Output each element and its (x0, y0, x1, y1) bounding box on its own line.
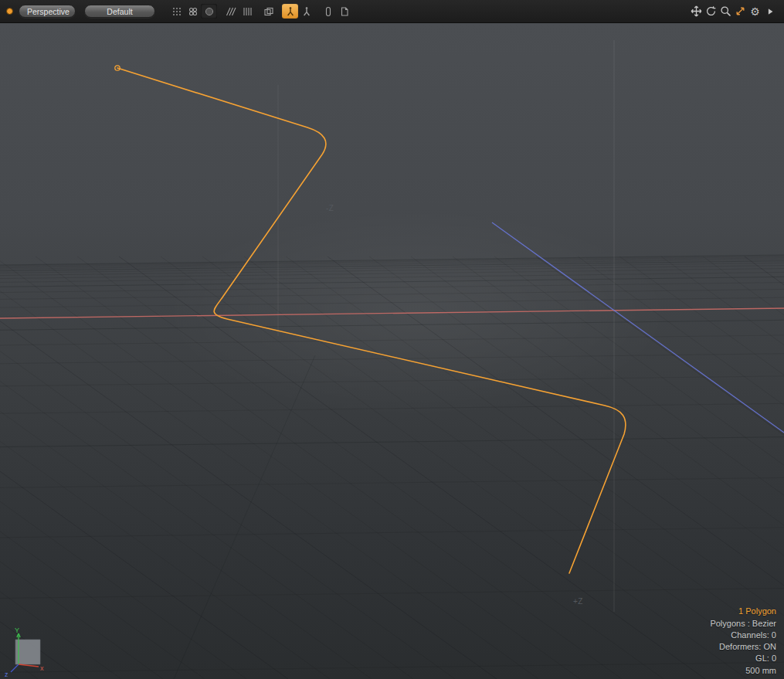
modo-3d-viewport-window: Perspective Default (0, 0, 784, 679)
misc-toggle-group (320, 4, 352, 19)
hud-selection-count: 1 Polygon (710, 606, 776, 617)
vertex-dots-icon[interactable] (168, 4, 185, 19)
hatch-vertical-icon[interactable] (239, 4, 255, 19)
viewport-options-dot-icon[interactable] (6, 8, 13, 15)
hud-polygon-type: Polygons : Bezier (710, 618, 776, 630)
rotate-icon[interactable] (704, 4, 718, 19)
capsule-icon[interactable] (320, 4, 336, 19)
zoom-icon[interactable] (718, 4, 733, 19)
ghost-figure-icon[interactable] (298, 4, 314, 19)
settings-gear-icon[interactable]: ⚙ (748, 4, 762, 19)
fit-view-icon[interactable] (733, 4, 748, 19)
axis-gizmo: Y x z (5, 626, 44, 678)
hatch-diagonal-icon[interactable] (222, 4, 239, 19)
gizmo-x-axis (19, 664, 39, 667)
pan-icon[interactable] (689, 4, 704, 19)
viewport-toolbar: Perspective Default (0, 0, 784, 23)
hud-gl: GL: 0 (710, 653, 776, 664)
figure-toggle-group (282, 4, 314, 19)
hud-grid-size: 500 mm (710, 665, 776, 677)
negative-z-label: -Z (326, 204, 334, 212)
viewport-scene: Y x z (0, 23, 784, 679)
workplane-square (15, 640, 40, 664)
navigation-tool-group: ⚙ (689, 4, 777, 19)
gizmo-z-label: z (5, 671, 8, 678)
gizmo-x-label: x (40, 664, 44, 672)
expand-arrow-icon[interactable] (762, 4, 777, 19)
hud-channels: Channels: 0 (710, 630, 776, 641)
gizmo-y-label: Y (15, 626, 19, 634)
overlay-squares-icon[interactable] (260, 4, 277, 19)
display-toggle-group (168, 4, 217, 19)
ghost-figure-active-icon[interactable] (282, 4, 298, 19)
shading-mode-button[interactable]: Default (84, 5, 155, 18)
overlay-toggle-group (260, 4, 277, 19)
rings-icon[interactable] (185, 4, 201, 19)
page-icon[interactable] (336, 4, 352, 19)
view-type-button[interactable]: Perspective (19, 5, 76, 18)
sphere-icon[interactable] (201, 4, 217, 19)
viewport-hud: 1 Polygon Polygons : Bezier Channels: 0 … (710, 606, 776, 677)
positive-z-label: +Z (573, 597, 583, 606)
hud-deformers: Deformers: ON (710, 641, 776, 653)
hatch-toggle-group (222, 4, 255, 19)
gizmo-z-axis (11, 664, 19, 672)
3d-viewport[interactable]: Y x z -Z +Z 1 Polygon Polygons : Bezier … (0, 23, 784, 679)
